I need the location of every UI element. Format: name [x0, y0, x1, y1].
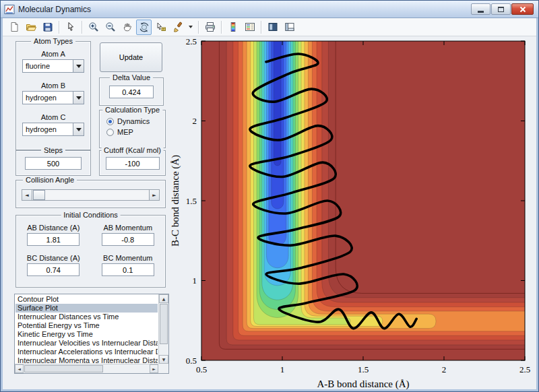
list-item[interactable]: Potential Energy vs Time — [15, 321, 158, 330]
svg-text:2: 2 — [442, 364, 447, 374]
list-item[interactable]: Internuclear Accelerations vs Internucle… — [15, 348, 158, 356]
close-button[interactable] — [511, 3, 534, 15]
steps-title: Steps — [41, 146, 65, 154]
list-item[interactable]: Internuclear Velocities vs Internuclear … — [15, 339, 158, 348]
cutoff-panel: Cutoff (Kcal/ mol) — [99, 150, 166, 176]
initial-conditions-title: Initial Conditions — [61, 211, 121, 219]
plot-type-listbox[interactable]: Contour Plot Surface Plot Internuclear D… — [14, 294, 169, 374]
calculation-type-panel: Calculation Type Dynamics MEP — [99, 110, 166, 148]
list-item-selected[interactable]: Surface Plot — [15, 304, 158, 313]
slider-thumb[interactable] — [33, 190, 45, 200]
zoom-out-icon[interactable] — [102, 20, 118, 35]
bc-momentum-input[interactable] — [102, 263, 154, 276]
collision-angle-panel: Collision Angle ◄ ► — [15, 180, 166, 208]
atom-c-value: hydrogen — [23, 123, 73, 135]
plot-area: 0.511.522.50.511.522.5A-B bond distance … — [169, 34, 538, 390]
brush-dropdown-icon[interactable] — [187, 20, 195, 35]
save-icon[interactable] — [40, 20, 55, 35]
svg-text:1: 1 — [280, 364, 285, 374]
window-icon — [4, 4, 15, 15]
collision-angle-title: Collision Angle — [23, 176, 77, 184]
pan-icon[interactable] — [119, 20, 135, 35]
ab-distance-input[interactable] — [27, 233, 80, 246]
list-item[interactable]: Internuclear Distances vs Time — [15, 313, 158, 321]
atom-a-dropdown[interactable]: fluorine — [22, 59, 84, 73]
minimize-icon — [478, 11, 484, 13]
zoom-in-icon[interactable] — [86, 20, 101, 35]
cutoff-title: Cutoff (Kcal/ mol) — [101, 146, 164, 154]
update-button[interactable]: Update — [100, 42, 162, 72]
maximize-icon — [498, 7, 504, 12]
window-title: Molecular Dynamics — [18, 5, 91, 14]
ab-distance-label: AB Distance (A) — [16, 224, 91, 232]
vertical-scroll-thumb[interactable] — [160, 304, 168, 344]
radio-dynamics[interactable]: Dynamics — [106, 117, 165, 125]
svg-text:B-C bond distance (Å): B-C bond distance (Å) — [170, 155, 181, 247]
slider-left-arrow[interactable]: ◄ — [22, 190, 32, 200]
close-icon — [519, 6, 526, 13]
rotate-3d-icon[interactable] — [136, 20, 152, 35]
atom-a-label: Atom A — [16, 50, 90, 58]
delta-value-input[interactable] — [109, 86, 154, 98]
slider-right-arrow[interactable]: ► — [149, 190, 159, 200]
svg-text:2.5: 2.5 — [186, 36, 197, 46]
atom-a-value: fluorine — [23, 60, 73, 72]
svg-text:0.5: 0.5 — [196, 364, 207, 374]
dropdown-arrow-icon[interactable] — [73, 92, 84, 104]
svg-text:1.5: 1.5 — [186, 196, 197, 206]
bc-distance-input[interactable] — [27, 263, 80, 276]
app-window: Molecular Dynamics — [0, 0, 539, 392]
radio-mep[interactable]: MEP — [106, 128, 165, 136]
open-file-icon[interactable] — [23, 20, 38, 35]
minimize-button[interactable] — [471, 3, 490, 15]
list-item[interactable]: Kinetic Energy vs Time — [15, 330, 158, 339]
radio-dynamics-label: Dynamics — [117, 117, 150, 125]
insert-legend-icon[interactable] — [242, 20, 257, 35]
brush-icon[interactable] — [170, 20, 185, 35]
atom-types-panel: Atom Types Atom A fluorine Atom B hydrog… — [15, 41, 91, 150]
window-frame: Atom Types Atom A fluorine Atom B hydrog… — [1, 18, 538, 391]
scroll-left-icon[interactable]: ◄ — [15, 364, 24, 373]
radio-mep-label: MEP — [117, 128, 133, 136]
potential-energy-surface-plot[interactable]: 0.511.522.50.511.522.5A-B bond distance … — [169, 34, 538, 390]
svg-text:1: 1 — [193, 275, 197, 286]
delta-value-title: Delta Value — [110, 73, 153, 81]
edit-plot-icon[interactable] — [63, 20, 78, 35]
show-plot-tools-icon[interactable] — [282, 20, 297, 35]
maximize-button[interactable] — [491, 3, 511, 15]
new-figure-icon[interactable] — [6, 20, 22, 35]
scroll-down-icon[interactable]: ▼ — [159, 355, 168, 364]
svg-text:A-B bond distance (Å): A-B bond distance (Å) — [317, 379, 409, 390]
vertical-scrollbar[interactable]: ▲ ▼ — [158, 294, 168, 364]
atom-c-label: Atom C — [16, 113, 90, 121]
cutoff-input[interactable] — [106, 157, 160, 170]
radio-selected-icon — [106, 118, 114, 125]
scroll-up-icon[interactable]: ▲ — [159, 294, 168, 303]
svg-text:2.5: 2.5 — [519, 364, 530, 374]
scroll-right-icon[interactable]: ► — [150, 364, 158, 373]
steps-panel: Steps — [15, 150, 91, 176]
print-icon[interactable] — [202, 20, 218, 35]
data-cursor-icon[interactable] — [153, 20, 168, 35]
dropdown-arrow-icon[interactable] — [73, 123, 84, 135]
toolbar-separator — [82, 21, 82, 34]
steps-input[interactable] — [25, 157, 82, 170]
scrollbar-corner — [158, 364, 168, 373]
calculation-type-title: Calculation Type — [102, 106, 162, 114]
atom-b-dropdown[interactable]: hydrogen — [22, 91, 84, 104]
hide-plot-tools-icon[interactable] — [265, 20, 280, 35]
svg-text:1.5: 1.5 — [358, 364, 369, 374]
horizontal-scrollbar[interactable]: ◄ ► — [15, 364, 158, 373]
ab-momentum-input[interactable] — [102, 233, 154, 246]
horizontal-scroll-thumb[interactable] — [24, 365, 103, 372]
toolbar-separator — [221, 21, 222, 34]
insert-colorbar-icon[interactable] — [225, 20, 241, 35]
list-item[interactable]: Contour Plot — [15, 295, 158, 304]
bc-momentum-label: BC Momentum — [91, 254, 166, 262]
atom-c-dropdown[interactable]: hydrogen — [22, 123, 84, 136]
collision-angle-slider[interactable]: ◄ ► — [22, 189, 160, 201]
atom-b-label: Atom B — [16, 81, 90, 90]
list-item[interactable]: Internuclear Momenta vs Internuclear Dis… — [15, 356, 158, 363]
title-bar[interactable]: Molecular Dynamics — [1, 1, 538, 18]
dropdown-arrow-icon[interactable] — [73, 60, 84, 72]
